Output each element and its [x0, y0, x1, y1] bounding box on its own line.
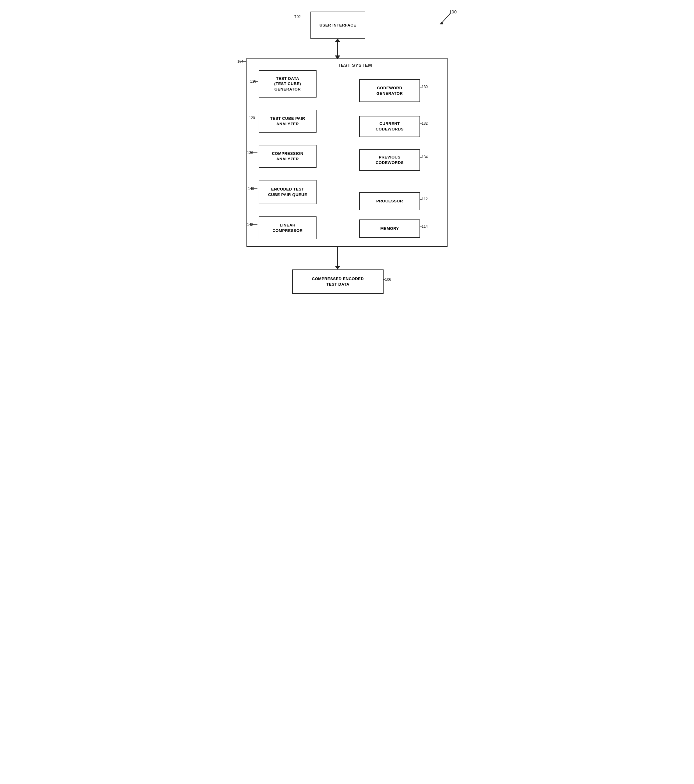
ref-102-tick — [294, 14, 297, 17]
encoded-test-cube-pair-queue-label: ENCODED TESTCUBE PAIR QUEUE — [268, 186, 307, 197]
svg-line-0 — [441, 13, 451, 23]
ref-134-tick — [420, 156, 423, 158]
codeword-generator-label: CODEWORDGENERATOR — [377, 86, 403, 96]
arrowhead-down-2 — [335, 266, 340, 270]
ref-106: 106 — [385, 277, 391, 282]
compressed-encoded-test-data-label: COMPRESSED ENCODEDTEST DATA — [312, 276, 364, 287]
arrowhead-up-1 — [335, 38, 340, 42]
compression-analyzer-label: COMPRESSIONANALYZER — [272, 151, 303, 161]
arrow-system-to-output — [337, 247, 338, 268]
ref-130-tick — [420, 86, 423, 88]
processor-label: PROCESSOR — [376, 198, 403, 204]
ref-134: 134 — [422, 155, 428, 159]
compression-analyzer-box: COMPRESSIONANALYZER — [259, 145, 317, 168]
memory-box: MEMORY — [359, 219, 420, 238]
encoded-test-cube-pair-queue-box: ENCODED TESTCUBE PAIR QUEUE — [259, 180, 317, 204]
test-data-generator-box: TEST DATA(TEST CUBE)GENERATOR — [259, 70, 317, 97]
previous-codewords-box: PREVIOUSCODEWORDS — [359, 149, 420, 171]
linear-compressor-label: LINEARCOMPRESSOR — [272, 222, 303, 233]
diagram: 100 USER INTERFACE 102 104 TEST SYSTEM T… — [228, 6, 466, 299]
ref-142-tick — [250, 224, 258, 226]
previous-codewords-label: PREVIOUSCODEWORDS — [376, 155, 404, 165]
test-data-generator-label: TEST DATA(TEST CUBE)GENERATOR — [274, 76, 301, 92]
svg-marker-4 — [335, 38, 340, 42]
ref-112: 112 — [422, 197, 428, 201]
linear-compressor-box: LINEARCOMPRESSOR — [259, 216, 317, 239]
user-interface-box: USER INTERFACE — [311, 12, 365, 39]
ref-132: 132 — [422, 121, 428, 125]
test-system-label: TEST SYSTEM — [338, 63, 372, 68]
svg-marker-16 — [335, 266, 340, 270]
memory-label: MEMORY — [380, 226, 399, 231]
ref-114-tick — [420, 226, 423, 228]
ref-112-tick — [420, 198, 423, 201]
compressed-encoded-test-data-box: COMPRESSED ENCODEDTEST DATA — [292, 270, 383, 294]
test-cube-pair-analyzer-box: TEST CUBE PAIRANALYZER — [259, 110, 317, 133]
current-codewords-label: CURRENTCODEWORDS — [376, 121, 404, 132]
codeword-generator-box: CODEWORDGENERATOR — [359, 79, 420, 102]
ref-106-tick — [383, 278, 386, 281]
processor-box: PROCESSOR — [359, 192, 420, 210]
ref-132-tick — [420, 122, 423, 125]
test-cube-pair-analyzer-label: TEST CUBE PAIRANALYZER — [270, 116, 305, 127]
ref-110-tick — [253, 80, 259, 82]
user-interface-label: USER INTERFACE — [319, 23, 357, 28]
ref-136-tick — [250, 152, 258, 154]
ref-120-tick — [252, 117, 258, 119]
ref-100-arrow — [435, 12, 454, 27]
ref-114: 114 — [422, 224, 428, 229]
current-codewords-box: CURRENTCODEWORDS — [359, 116, 420, 137]
ref-104-tick — [240, 60, 247, 63]
ref-130: 130 — [422, 85, 428, 89]
ref-140-tick — [251, 188, 258, 190]
